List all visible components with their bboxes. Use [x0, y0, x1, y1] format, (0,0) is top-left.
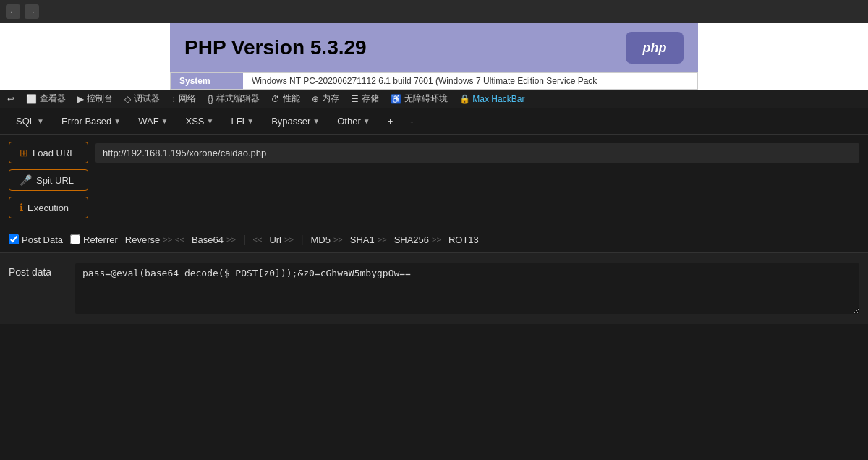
debugger-label: 调试器 [134, 93, 160, 105]
console-icon: ▶ [77, 94, 84, 104]
phpinfo-banner: PHP Version 5.3.29 php [170, 23, 698, 72]
browser-top-bar: ← → [0, 0, 868, 23]
accessibility-icon: ♿ [391, 94, 401, 104]
md5-arrow[interactable]: >> [333, 235, 343, 244]
url-input[interactable] [95, 143, 859, 163]
performance-icon: ⏱ [271, 94, 280, 104]
sha256-arrow[interactable]: >> [432, 235, 441, 244]
spit-url-button[interactable]: 🎤 Spit URL [9, 169, 88, 191]
hackbar-menu: SQL ▼ Error Based ▼ WAF ▼ XSS ▼ LFI ▼ By… [0, 108, 868, 135]
base64-decode-group: << [253, 235, 263, 244]
xss-arrow: ▼ [207, 117, 214, 125]
sha1-group: SHA1 >> [350, 234, 387, 245]
error-based-arrow: ▼ [114, 117, 121, 125]
toolbar-back[interactable]: ↩ [7, 94, 14, 104]
back-btn[interactable]: ← [6, 4, 20, 19]
reverse-encode-arrow[interactable]: >> [163, 235, 172, 244]
menu-error-based[interactable]: Error Based ▼ [54, 113, 128, 129]
inspector-icon: ⬜ [26, 94, 37, 104]
post-data-checkbox-label[interactable]: Post Data [9, 234, 63, 245]
console-label: 控制台 [87, 93, 113, 105]
menu-minus[interactable]: - [403, 113, 420, 129]
other-arrow: ▼ [363, 117, 370, 125]
reverse-group: Reverse >> << [125, 234, 184, 245]
style-editor-label: 样式编辑器 [216, 93, 260, 105]
php-logo: php [626, 32, 684, 64]
referrer-checkbox[interactable] [70, 234, 80, 244]
memory-icon: ⊕ [312, 94, 319, 104]
load-url-button[interactable]: ⊞ Load URL [9, 142, 88, 163]
menu-waf[interactable]: WAF ▼ [131, 113, 175, 129]
post-data-checkbox[interactable] [9, 234, 19, 244]
encoding-row: Post Data Referrer Reverse >> << Base64 … [0, 226, 868, 252]
toolbar-accessibility[interactable]: ♿ 无障碍环境 [391, 93, 448, 105]
sha256-group: SHA256 >> [394, 234, 441, 245]
window-controls: ← → [6, 4, 39, 19]
storage-label: 存储 [362, 93, 379, 105]
performance-label: 性能 [283, 93, 300, 105]
toolbar-style-editor[interactable]: {} 样式编辑器 [208, 93, 260, 105]
hackbar: SQL ▼ Error Based ▼ WAF ▼ XSS ▼ LFI ▼ By… [0, 108, 868, 324]
execution-button[interactable]: ℹ Execution [9, 197, 88, 218]
back-icon: ↩ [7, 94, 14, 104]
menu-xss[interactable]: XSS ▼ [179, 113, 221, 129]
memory-label: 内存 [322, 93, 339, 105]
rot13-group: ROT13 [448, 234, 479, 245]
base64-encode-arrow[interactable]: >> [226, 235, 236, 244]
menu-bypasser[interactable]: Bypasser ▼ [264, 113, 327, 129]
md5-group: MD5 >> [310, 234, 342, 245]
debugger-icon: ◇ [124, 94, 131, 104]
style-editor-icon: {} [208, 94, 213, 104]
network-label: 网络 [179, 93, 196, 105]
php-version-title: PHP Version 5.3.29 [184, 36, 367, 59]
lfi-arrow: ▼ [247, 117, 254, 125]
sha1-arrow[interactable]: >> [378, 235, 387, 244]
phpinfo-system-key: System [171, 73, 243, 89]
lock-icon: 🔒 [459, 94, 470, 104]
hackbar-url-area: ⊞ Load URL 🎤 Spit URL ℹ Execution [0, 135, 868, 226]
toolbar-memory[interactable]: ⊕ 内存 [312, 93, 339, 105]
phpinfo-system-val: Windows NT PC-202006271112 6.1 build 760… [243, 73, 697, 89]
menu-plus[interactable]: + [380, 113, 401, 129]
referrer-checkbox-label[interactable]: Referrer [70, 234, 118, 245]
sep2: | [301, 234, 304, 245]
load-url-row: ⊞ Load URL [9, 142, 859, 163]
network-icon: ↕ [171, 94, 176, 104]
storage-icon: ☰ [351, 94, 359, 104]
browser-toolbar: ↩ ⬜ 查看器 ▶ 控制台 ◇ 调试器 ↕ 网络 {} 样式编辑器 ⏱ 性能 ⊕… [0, 90, 868, 108]
reverse-decode-arrow[interactable]: << [175, 235, 184, 244]
spit-url-icon: 🎤 [20, 174, 32, 186]
menu-other[interactable]: Other ▼ [330, 113, 377, 129]
url-group: Url >> [269, 234, 293, 245]
base64-group: Base64 >> [192, 234, 236, 245]
phpinfo-wrapper: PHP Version 5.3.29 php System Windows NT… [170, 23, 698, 90]
toolbar-storage[interactable]: ☰ 存储 [351, 93, 379, 105]
load-url-icon: ⊞ [20, 147, 28, 158]
url-encode-arrow[interactable]: >> [284, 235, 294, 244]
spit-url-row: 🎤 Spit URL [9, 169, 859, 191]
postdata-label: Post data [9, 263, 67, 278]
execution-icon: ℹ [20, 202, 23, 213]
phpinfo-table: System Windows NT PC-202006271112 6.1 bu… [170, 72, 698, 90]
execution-row: ℹ Execution [9, 197, 859, 218]
menu-sql[interactable]: SQL ▼ [9, 113, 51, 129]
accessibility-label: 无障碍环境 [404, 93, 448, 105]
sep1: | [243, 234, 246, 245]
postdata-input[interactable] [75, 263, 859, 314]
bypasser-arrow: ▼ [312, 117, 320, 125]
toolbar-debugger[interactable]: ◇ 调试器 [124, 93, 160, 105]
toolbar-network[interactable]: ↕ 网络 [171, 93, 196, 105]
base64-decode-arrow[interactable]: << [253, 235, 263, 244]
toolbar-inspector[interactable]: ⬜ 查看器 [26, 93, 66, 105]
forward-btn[interactable]: → [25, 4, 39, 19]
toolbar-performance[interactable]: ⏱ 性能 [271, 93, 300, 105]
postdata-area: Post data [0, 252, 868, 324]
menu-lfi[interactable]: LFI ▼ [224, 113, 261, 129]
waf-arrow: ▼ [161, 117, 169, 125]
phpinfo-system-row: System Windows NT PC-202006271112 6.1 bu… [170, 72, 698, 90]
sql-arrow: ▼ [37, 117, 44, 125]
toolbar-console[interactable]: ▶ 控制台 [77, 93, 113, 105]
content-area: PHP Version 5.3.29 php System Windows NT… [0, 23, 868, 90]
inspector-label: 查看器 [40, 93, 66, 105]
hackbar-label[interactable]: 🔒 Max HackBar [459, 94, 524, 104]
